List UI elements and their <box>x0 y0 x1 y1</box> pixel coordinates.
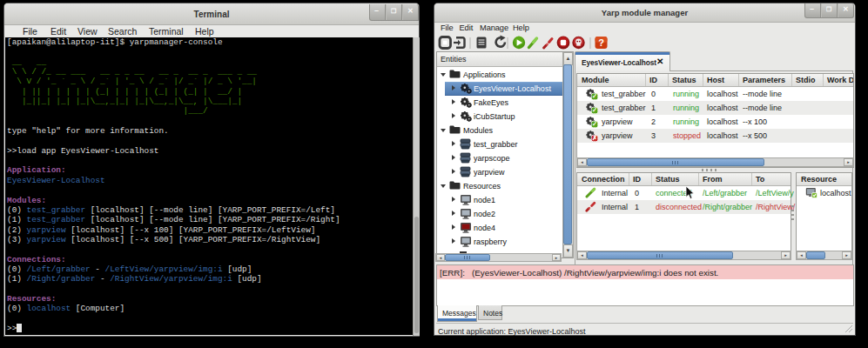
svg-text:✓: ✓ <box>592 120 597 128</box>
svg-text:✗: ✗ <box>592 134 597 142</box>
svg-text:✓: ✓ <box>592 92 597 100</box>
svg-text:?: ? <box>598 37 604 48</box>
svg-text:✓: ✓ <box>592 106 597 114</box>
